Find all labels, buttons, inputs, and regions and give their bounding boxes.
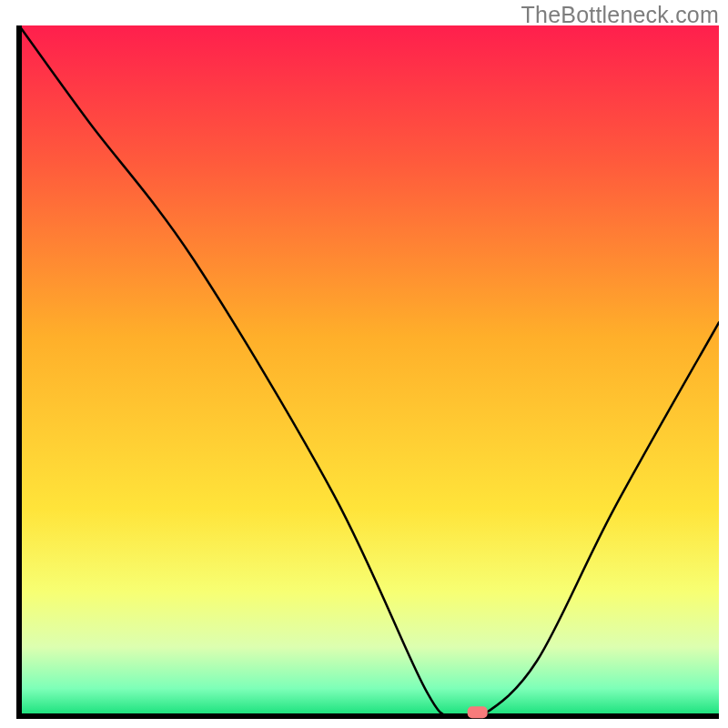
chart-container: TheBottleneck.com <box>0 0 728 728</box>
optimal-marker <box>468 706 488 718</box>
plot-area <box>16 25 719 719</box>
watermark-label: TheBottleneck.com <box>521 2 719 28</box>
bottleneck-chart <box>16 25 719 719</box>
gradient-background <box>19 25 719 716</box>
